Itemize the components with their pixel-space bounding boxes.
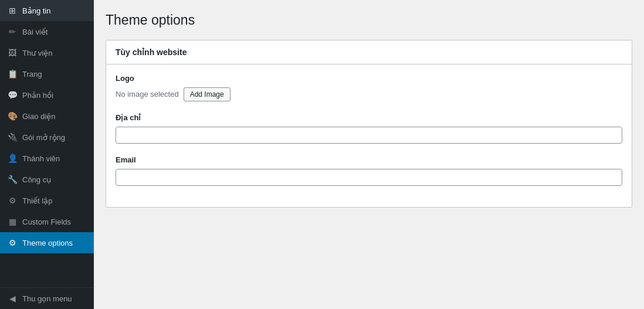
- giao-dien-icon: 🎨: [7, 111, 18, 121]
- dia-chi-label: Địa chỉ: [116, 113, 622, 122]
- sidebar-label-trang: Trang: [22, 70, 42, 79]
- main-content: Theme options Tùy chỉnh website Logo No …: [94, 0, 644, 309]
- no-image-text: No image selected: [116, 90, 179, 99]
- sidebar-item-custom-fields[interactable]: ▦Custom Fields: [0, 211, 94, 232]
- sidebar-collapse-button[interactable]: ◀Thu gọn menu: [0, 287, 94, 309]
- thiet-lap-icon: ⚙: [7, 195, 18, 206]
- trang-icon: 📋: [7, 69, 18, 79]
- sidebar-label-bai-viet: Bài viết: [22, 28, 48, 36]
- thanh-vien-icon: 👤: [7, 153, 18, 164]
- sidebar-label-cong-cu: Công cụ: [22, 175, 51, 184]
- cong-cu-icon: 🔧: [7, 174, 18, 185]
- logo-row: No image selected Add Image: [116, 87, 622, 101]
- sidebar-item-goi-mo-rong[interactable]: 🔌Gói mở rộng: [0, 127, 94, 148]
- sidebar-label-bang-tin: Bảng tin: [22, 6, 50, 15]
- sidebar-label-goi-mo-rong: Gói mở rộng: [22, 133, 65, 142]
- email-label: Email: [116, 155, 622, 164]
- dia-chi-input[interactable]: [116, 127, 622, 144]
- logo-field-group: Logo No image selected Add Image: [116, 74, 622, 101]
- sidebar-label-custom-fields: Custom Fields: [22, 218, 71, 226]
- sidebar-label-phan-hoi: Phản hồi: [22, 91, 53, 100]
- sidebar-item-bang-tin[interactable]: ⊞Bảng tin: [0, 0, 94, 21]
- dia-chi-field-group: Địa chỉ: [116, 113, 622, 144]
- sidebar: ⊞Bảng tin✏Bài viết🖼Thư viện📋Trang💬Phản h…: [0, 0, 94, 309]
- sidebar-item-cong-cu[interactable]: 🔧Công cụ: [0, 169, 94, 190]
- bang-tin-icon: ⊞: [7, 5, 18, 16]
- sidebar-label-giao-dien: Giao diện: [22, 112, 55, 121]
- sidebar-item-thanh-vien[interactable]: 👤Thành viên: [0, 148, 94, 169]
- logo-label: Logo: [116, 74, 622, 83]
- page-title: Theme options: [106, 12, 632, 29]
- goi-mo-rong-icon: 🔌: [7, 132, 18, 142]
- sidebar-item-bai-viet[interactable]: ✏Bài viết: [0, 21, 94, 42]
- add-image-button[interactable]: Add Image: [184, 87, 231, 101]
- sidebar-item-thu-vien[interactable]: 🖼Thư viện: [0, 42, 94, 63]
- sidebar-item-theme-options[interactable]: ⚙Theme options: [0, 232, 94, 253]
- sidebar-label-thanh-vien: Thành viên: [22, 154, 60, 163]
- thu-vien-icon: 🖼: [7, 47, 18, 58]
- sidebar-label-thiet-lap: Thiết lập: [22, 196, 52, 205]
- sidebar-item-phan-hoi[interactable]: 💬Phản hồi: [0, 84, 94, 106]
- bai-viet-icon: ✏: [7, 26, 18, 37]
- section-header: Tùy chỉnh website: [106, 40, 632, 64]
- section-card: Tùy chỉnh website Logo No image selected…: [106, 40, 632, 208]
- sidebar-label-theme-options: Theme options: [22, 239, 73, 247]
- sidebar-label-thu-vien: Thư viện: [22, 49, 52, 57]
- custom-fields-icon: ▦: [7, 216, 18, 227]
- theme-options-icon: ⚙: [7, 237, 18, 248]
- section-body: Logo No image selected Add Image Địa chỉ…: [106, 64, 632, 207]
- phan-hoi-icon: 💬: [7, 90, 18, 100]
- collapse-icon: ◀: [7, 293, 18, 304]
- sidebar-item-giao-dien[interactable]: 🎨Giao diện: [0, 106, 94, 127]
- email-input[interactable]: [116, 169, 622, 186]
- email-field-group: Email: [116, 155, 622, 186]
- sidebar-item-thiet-lap[interactable]: ⚙Thiết lập: [0, 190, 94, 211]
- collapse-label: Thu gọn menu: [22, 294, 72, 303]
- sidebar-item-trang[interactable]: 📋Trang: [0, 63, 94, 84]
